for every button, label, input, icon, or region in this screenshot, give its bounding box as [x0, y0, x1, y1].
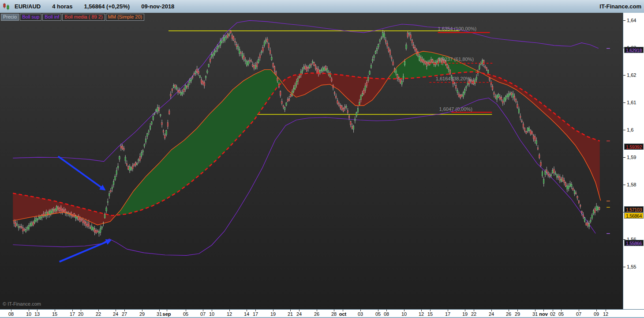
indicator-price-tag: 1,55866: [624, 240, 644, 246]
time-month-label: nov: [539, 311, 548, 317]
date-label: 09-nov-2018: [141, 3, 174, 10]
symbol-label: EUR/AUD: [15, 3, 41, 10]
time-tick-label: 15: [52, 311, 57, 317]
time-month-label: oct: [339, 311, 347, 317]
price-tick-label: 1,62: [627, 72, 636, 78]
time-tick-label: 17: [70, 311, 75, 317]
price-chart-canvas[interactable]: 1,6354 (100,00%)1,6237 (61,80%)1,6164 (3…: [0, 13, 623, 309]
price-tick-mark: [623, 157, 625, 158]
fib-label: 1,6047 (0,00%): [439, 106, 472, 112]
price-tick-mark: [623, 102, 625, 103]
blue-arrow-annotation: [58, 156, 105, 190]
trading-app-window: EUR/AUD 4 horas 1,56864 (+0,25%) 09-nov-…: [0, 0, 644, 318]
candlestick-logo-icon: [2, 2, 11, 11]
price-tick-label: 1,58: [627, 182, 636, 188]
watermark: © IT-Finance.com: [3, 301, 41, 307]
indicator-chip-2[interactable]: Boll inf: [42, 14, 61, 21]
time-tick-label: 27: [122, 311, 127, 317]
time-tick-label: 05: [183, 311, 188, 317]
current-price-tag: 1,56864: [624, 212, 644, 219]
price-axis[interactable]: 1,641,631,621,611,61,591,581,571,561,551…: [623, 13, 644, 309]
fib-label: 1,6354 (100,00%): [438, 26, 477, 31]
indicator-price-tag: 1,59392: [624, 144, 644, 150]
candles-layer: [14, 30, 600, 237]
indicator-chip-4[interactable]: MM (Simple 20): [106, 14, 145, 21]
time-tick-label: 29: [139, 311, 145, 317]
title-bar: EUR/AUD 4 horas 1,56864 (+0,25%) 09-nov-…: [0, 0, 644, 13]
price-tick-label: 1,61: [627, 99, 636, 106]
price-change-label: 1,56864 (+0,25%): [84, 3, 130, 10]
tag-tick-layer: [607, 49, 610, 234]
time-tick-label: 15: [427, 311, 433, 317]
time-tick-label: 21: [288, 311, 293, 317]
trend-fill-layer: [13, 51, 599, 225]
time-tick-label: 22: [471, 311, 476, 317]
price-tick-mark: [623, 75, 625, 76]
time-tick-label: 12: [227, 311, 232, 317]
time-tick-label: 26: [506, 311, 511, 317]
time-tick-label: 10: [26, 311, 31, 317]
chart-area[interactable]: 1,6354 (100,00%)1,6237 (61,80%)1,6164 (3…: [0, 13, 623, 309]
bear-fill-region: [483, 73, 600, 197]
indicator-price-tag: 1,62918: [624, 47, 644, 53]
time-tick-label: 17: [445, 311, 450, 317]
time-tick-label: 26: [314, 311, 319, 317]
price-tick-mark: [623, 185, 625, 185]
blue-arrow-annotation: [60, 240, 111, 262]
time-tick-label: 14: [244, 311, 249, 317]
time-month-label: sep: [163, 311, 171, 317]
time-tick-label: 24: [113, 311, 118, 317]
price-tick-mark: [623, 130, 625, 130]
time-tick-label: 29: [515, 311, 520, 317]
time-tick-label: 13: [34, 311, 40, 317]
time-tick-label: 09: [594, 311, 599, 317]
fib-label: 1,6164 (38,20%): [436, 76, 472, 81]
time-axis[interactable]: 0810131517202224272931sep050710121417192…: [0, 309, 644, 318]
time-tick-label: 19: [270, 311, 276, 317]
time-tick-label: 31: [532, 311, 538, 317]
time-tick-label: 02: [550, 311, 555, 317]
price-tick-label: 1,55: [627, 264, 636, 270]
time-tick-label: 12: [603, 311, 608, 317]
bull-fill-region: [388, 51, 481, 79]
time-tick-label: 24: [296, 311, 302, 317]
time-tick-label: 24: [489, 311, 494, 317]
indicator-chips: PrecioBoll supBoll infBoll media ( 89 2)…: [1, 14, 145, 21]
time-tick-label: 08: [384, 311, 389, 317]
indicator-chip-3[interactable]: Boll media ( 89 2): [62, 14, 105, 21]
price-tick-label: 1,59: [627, 154, 636, 160]
time-tick-label: 07: [576, 311, 581, 317]
time-tick-label: 05: [375, 311, 381, 317]
time-tick-label: 12: [419, 311, 424, 317]
bull-fill-region: [116, 70, 282, 215]
brand-label: IT-Finance.com: [599, 3, 641, 10]
fib-label: 1,6237 (61,80%): [438, 57, 474, 62]
indicator-price-tag: 1,57103: [624, 206, 644, 212]
time-tick-label: 19: [462, 311, 468, 317]
indicator-chip-0[interactable]: Precio: [1, 14, 19, 21]
time-tick-label: 10: [401, 311, 407, 317]
timeframe-label: 4 horas: [52, 3, 72, 10]
price-tick-mark: [623, 20, 625, 21]
time-tick-label: 20: [78, 311, 83, 317]
time-tick-label: 28: [331, 311, 337, 317]
indicator-chip-1[interactable]: Boll sup: [20, 14, 41, 21]
time-tick-label: 22: [96, 311, 101, 317]
price-tick-label: 1,6: [627, 127, 633, 133]
price-tick-label: 1,64: [627, 17, 636, 23]
price-tick-mark: [623, 267, 625, 267]
time-tick-label: 10: [209, 311, 214, 317]
time-tick-label: 17: [253, 311, 258, 317]
bear-fill-region: [13, 193, 114, 225]
time-tick-label: 03: [358, 311, 363, 317]
time-tick-label: 31: [157, 311, 162, 317]
time-tick-label: 05: [558, 311, 564, 317]
time-tick-label: 07: [200, 311, 206, 317]
time-tick-label: 08: [8, 311, 14, 317]
